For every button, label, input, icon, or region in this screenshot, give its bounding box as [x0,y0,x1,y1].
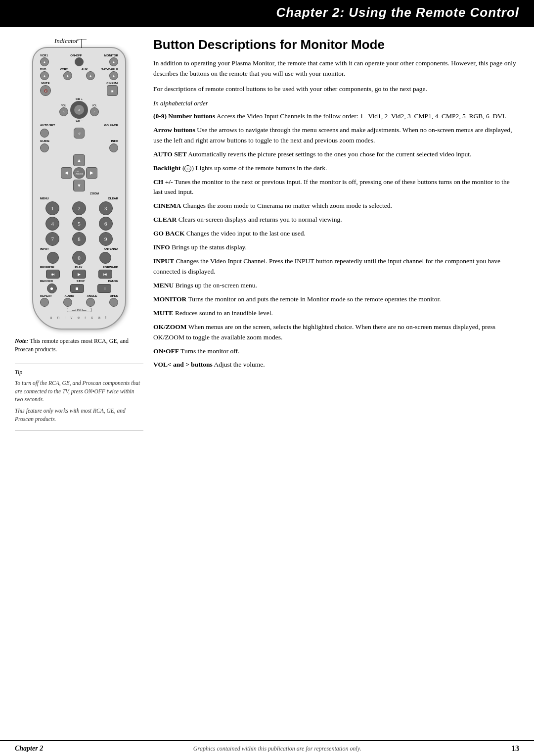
antenna-button[interactable] [99,252,111,264]
grid-empty-tr [86,154,98,166]
onoff-button[interactable] [75,57,84,66]
record-button[interactable]: ⏺ [47,284,57,293]
descriptions-list: (0-9) Number buttons Access the Video In… [153,111,519,370]
vcr1-button[interactable]: ▲ [40,57,49,66]
aux-button[interactable]: ▲ [86,71,95,80]
up-button[interactable]: ▲ [73,154,85,166]
tip-box: Tip To turn off the RCA, GE, and Proscan… [15,364,143,431]
desc-clear: CLEAR Clears on-screen displays and retu… [153,215,519,225]
text-mute: Reduces sound to an inaudible level. [174,309,273,317]
num8-button[interactable]: 8 [72,232,86,246]
vol-less-button[interactable]: < [59,107,68,116]
dvd-vcr2-labels: DVD VCR2 AUX SAT•CABLE [40,68,118,71]
num3-button[interactable]: 3 [99,201,113,215]
stop-label: STOP [77,280,85,283]
vol-label-right: VOL [92,104,97,107]
stop-button[interactable]: ⏹ [70,284,84,293]
chapter-header: Chapter 2: Using the Remote Control [0,0,534,27]
reverse-label: REVERSE [40,266,54,269]
num2-button[interactable]: 2 [72,201,86,215]
vcr2-button[interactable]: ▲ [63,71,72,80]
mute-group: MUTE 🔇 [40,82,51,96]
dvd-button[interactable]: ▲ [40,71,49,80]
num1-button[interactable]: 1 [45,201,59,215]
desc-number-buttons: (0-9) Number buttons Access the Video In… [153,111,519,122]
right-button[interactable]: ▶ [86,167,98,179]
intro-text-2: For descriptions of remote control butto… [153,84,519,94]
down-button[interactable]: ▼ [73,180,85,191]
sat-cable-label: SAT•CABLE [101,68,118,71]
term-number-buttons: (0-9) Number buttons [153,112,215,120]
transport2-btns: ⏺ ⏹ ⏸ [40,284,118,293]
desc-mute: MUTE Reduces sound to an inaudible level… [153,308,519,319]
term-cinema: CINEMA [153,202,181,209]
vcr2-label: VCR2 [60,68,68,71]
intro-text-1: In addition to operating your Plasma Mon… [153,58,519,79]
a-button[interactable]: A [74,105,84,115]
autoset-goback-btns: ↺ [40,128,118,139]
input-button[interactable] [47,252,59,264]
go-back-button[interactable]: ↺ [74,128,85,139]
clear-label: CLEAR [108,197,118,200]
transport1-labels: REVERSE PLAY FORWARD [40,266,118,269]
page-footer: Chapter 2 Graphics contained within this… [0,740,534,756]
auto-set-button[interactable] [40,129,49,138]
placeholder-btn [109,129,118,138]
info-button[interactable] [109,143,118,152]
text-auto-set: Automatically reverts the picture preset… [187,150,472,158]
forward-label: FORWARD [103,266,118,269]
num7-button[interactable]: 7 [45,232,59,246]
numpad: 1 2 3 4 5 6 7 8 9 [40,201,118,246]
pause-button[interactable]: ⏸ [97,284,111,293]
vol-more-group: VOL > [90,104,99,116]
vol-more-button[interactable]: > [90,107,99,116]
dvd-bar: —DVD— [67,308,91,312]
num4-button[interactable]: 4 [45,217,59,231]
left-button[interactable]: ◀ [61,167,73,179]
angle-button[interactable] [86,298,95,307]
guide-info-btns [40,143,118,152]
play-button[interactable]: ▶ [72,270,86,279]
zoom-label: ZOOM [59,192,99,195]
menu-label: MENU [40,197,49,200]
desc-go-back: GO BACK Changes the video input to the l… [153,229,519,239]
audio-label: AUDIO [64,294,74,297]
aux-label: AUX [82,68,88,71]
ok-zoom-button[interactable]: OKZOOM [73,167,85,179]
monitor-button[interactable]: ▲ [109,57,118,66]
term-backlight: Backlight [153,164,181,172]
num0-button[interactable]: 0 [72,251,86,265]
vol-less-group: VOL < [59,104,68,116]
guide-label: GUIDE [40,140,49,142]
onoff-label: ON•OFF [70,54,82,57]
input-antenna-labels: INPUT ANTENNA [40,247,118,250]
input-label: INPUT [40,247,49,250]
guide-button[interactable] [40,143,49,152]
input-zero-antenna-row: 0 [40,251,118,265]
forward-button[interactable]: ⏭ [98,270,112,279]
term-ok-zoom: OK/ZOOM [153,323,187,331]
term-clear: CLEAR [153,216,177,223]
cinema-button[interactable]: ▣ [107,85,118,96]
open-button[interactable] [109,298,118,307]
repeat-button[interactable] [40,298,49,307]
reverse-button[interactable]: ⏮ [46,270,60,279]
order-label: In alphabetcial order [153,99,519,107]
text-ok-zoom: When menus are on the screen, selects th… [153,323,495,341]
desc-monitor: MONITOR Turns the monitor on and puts th… [153,294,519,305]
term-arrow-buttons: Arrow buttons [153,126,195,134]
left-column: Indicator VCR1 ON•OFF MONITOR ▲ ▲ [15,37,143,430]
audio-button[interactable] [63,298,72,307]
sat-cable-button[interactable]: ▲ [109,71,118,80]
repeat-label: REPEAT [40,294,52,297]
angle-label: ANGLE [87,294,97,297]
repeat-row-labels: REPEAT AUDIO ANGLE OPEN [40,294,118,297]
num9-button[interactable]: 9 [99,232,113,246]
num5-button[interactable]: 5 [72,217,86,231]
text-input: Changes the Video Input Channel. Press t… [153,257,500,275]
grid-empty-tl [61,154,73,166]
grid-empty-bl [61,180,73,191]
mute-button[interactable]: 🔇 [40,85,51,96]
num6-button[interactable]: 6 [99,217,113,231]
ch-vol-section: CH + VOL < A VOL > C [40,97,118,122]
